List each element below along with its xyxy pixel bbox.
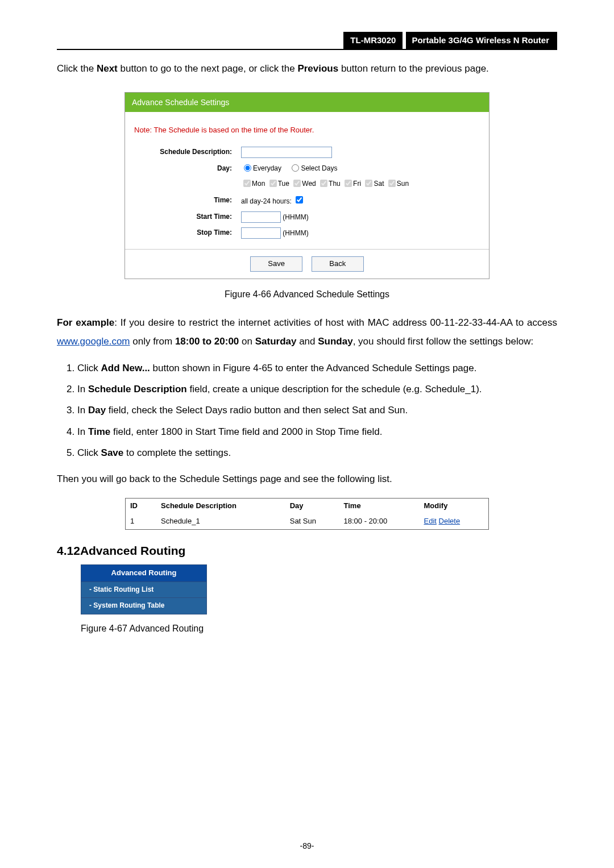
product-name: Portable 3G/4G Wireless N Router — [406, 32, 557, 49]
s1b: Add New... — [101, 363, 150, 373]
label-day: Day: — [125, 160, 237, 176]
intro-prev-bold: Previous — [297, 63, 338, 74]
step-2: In Schedule Description field, create a … — [77, 381, 557, 397]
radio-everyday-label: Everyday — [253, 164, 281, 172]
radio-everyday[interactable]: Everyday — [241, 164, 281, 172]
example-p1e: , you should first follow the settings b… — [353, 336, 534, 347]
allday-label: all day-24 hours: — [241, 197, 292, 205]
day-sat: Sat — [374, 180, 384, 188]
td-id: 1 — [126, 514, 157, 529]
label-start-time: Start Time: — [125, 209, 237, 225]
advanced-routing-nav: Advanced Routing - Static Routing List -… — [81, 564, 207, 614]
td-day: Sat Sun — [285, 514, 339, 529]
label-time: Time: — [125, 192, 237, 209]
checkbox-fri[interactable] — [345, 180, 352, 187]
example-sun-bold: Sunday — [318, 336, 352, 347]
back-button[interactable]: Back — [312, 256, 364, 272]
nav-head[interactable]: Advanced Routing — [81, 565, 206, 582]
table-row: 1 Schedule_1 Sat Sun 18:00 - 20:00 Edit … — [126, 514, 489, 529]
day-thu: Thu — [329, 180, 341, 188]
th-modify: Modify — [420, 499, 489, 514]
checkbox-mon[interactable] — [243, 180, 251, 187]
day-sun: Sun — [397, 180, 409, 188]
section-num: 4.12 — [57, 544, 80, 557]
example-p1a: : If you desire to restrict the internet… — [114, 317, 557, 328]
intro-suffix: button return to the previous page. — [338, 63, 489, 74]
td-modify: Edit Delete — [420, 514, 489, 529]
step-4: In Time field, enter 1800 in Start Time … — [77, 424, 557, 439]
figure-466-caption: Figure 4-66 Advanced Schedule Settings — [57, 287, 557, 302]
radio-everyday-input[interactable] — [244, 164, 251, 172]
day-tue: Tue — [278, 180, 289, 188]
table-header-row: ID Schedule Description Day Time Modify — [126, 499, 489, 514]
schedule-description-input[interactable] — [241, 147, 332, 158]
google-link[interactable]: www.google.com — [57, 336, 130, 347]
example-paragraph: For example: If you desire to restrict t… — [57, 314, 557, 351]
schedule-form: Schedule Description: Day: Everyday Sele… — [125, 142, 489, 249]
s3b: Day — [88, 405, 106, 416]
nav-item-0-label: Static Routing List — [93, 585, 154, 593]
save-button[interactable]: Save — [250, 256, 302, 272]
edit-link[interactable]: Edit — [424, 517, 437, 525]
day-fri: Fri — [353, 180, 361, 188]
radio-select-days-label: Select Days — [301, 164, 337, 172]
label-stop-time: Stop Time: — [125, 225, 237, 241]
intro-mid: button to go to the next page, or click … — [118, 63, 298, 74]
th-id: ID — [126, 499, 157, 514]
page-number: -89- — [0, 840, 614, 852]
nav-item-system-routing[interactable]: - System Routing Table — [81, 598, 206, 613]
s5a: Click — [77, 447, 101, 458]
schedule-settings-panel: Advance Schedule Settings Note: The Sche… — [125, 92, 489, 279]
s2a: In — [77, 384, 88, 394]
s2b: Schedule Description — [88, 384, 187, 394]
step-5: Click Save to complete the settings. — [77, 445, 557, 460]
checkbox-sun[interactable] — [388, 180, 396, 187]
s5c: to complete the settings. — [123, 447, 231, 458]
day-checkbox-row: Mon Tue Wed Thu Fri Sat Sun — [237, 176, 489, 192]
section-title: Advanced Routing — [80, 544, 186, 557]
example-p1b: only from — [130, 336, 175, 347]
s1c: button shown in Figure 4-65 to enter the… — [150, 363, 477, 373]
example-lead: For example — [57, 317, 114, 328]
th-day: Day — [285, 499, 339, 514]
start-time-input[interactable] — [241, 211, 281, 223]
day-wed: Wed — [302, 180, 316, 188]
s3a: In — [77, 405, 88, 416]
checkbox-tue[interactable] — [269, 180, 277, 187]
delete-link[interactable]: Delete — [439, 517, 460, 525]
td-desc: Schedule_1 — [156, 514, 285, 529]
section-412-heading: 4.12Advanced Routing — [57, 541, 557, 560]
example-p1c: on — [239, 336, 255, 347]
label-description: Schedule Description: — [125, 144, 237, 160]
example-p1d: and — [296, 336, 318, 347]
intro-next-bold: Next — [97, 63, 118, 74]
figure-467-caption: Figure 4-67 Advanced Routing — [81, 621, 557, 636]
then-line: Then you will go back to the Schedule Se… — [57, 470, 557, 488]
panel-note: Note: The Schedule is based on the time … — [125, 112, 489, 142]
s1a: Click — [77, 363, 101, 373]
checkbox-wed[interactable] — [293, 180, 301, 187]
schedule-result-table: ID Schedule Description Day Time Modify … — [125, 498, 489, 530]
stop-time-hint: (HHMM) — [283, 229, 308, 237]
th-desc: Schedule Description — [156, 499, 285, 514]
steps-list: Click Add New... button shown in Figure … — [68, 360, 557, 460]
step-1: Click Add New... button shown in Figure … — [77, 360, 557, 376]
s3c: field, check the Select Days radio butto… — [106, 405, 408, 416]
s5b: Save — [101, 447, 124, 458]
start-time-hint: (HHMM) — [283, 213, 308, 221]
radio-select-days[interactable]: Select Days — [289, 164, 337, 172]
step-3: In Day field, check the Select Days radi… — [77, 402, 557, 418]
s2c: field, create a unique description for t… — [187, 384, 482, 394]
nav-item-static-routing[interactable]: - Static Routing List — [81, 582, 206, 598]
allday-checkbox[interactable] — [296, 196, 303, 203]
stop-time-input[interactable] — [241, 227, 281, 239]
example-time-bold: 18:00 to 20:00 — [175, 336, 239, 347]
checkbox-thu[interactable] — [320, 180, 327, 187]
checkbox-sat[interactable] — [365, 180, 372, 187]
s4c: field, enter 1800 in Start Time field an… — [110, 426, 382, 437]
page-header: TL-MR3020 Portable 3G/4G Wireless N Rout… — [57, 32, 557, 50]
intro-paragraph: Click the Next button to go to the next … — [57, 60, 557, 77]
panel-title: Advance Schedule Settings — [125, 93, 489, 112]
radio-select-days-input[interactable] — [292, 164, 299, 172]
intro-prefix: Click the — [57, 63, 97, 74]
